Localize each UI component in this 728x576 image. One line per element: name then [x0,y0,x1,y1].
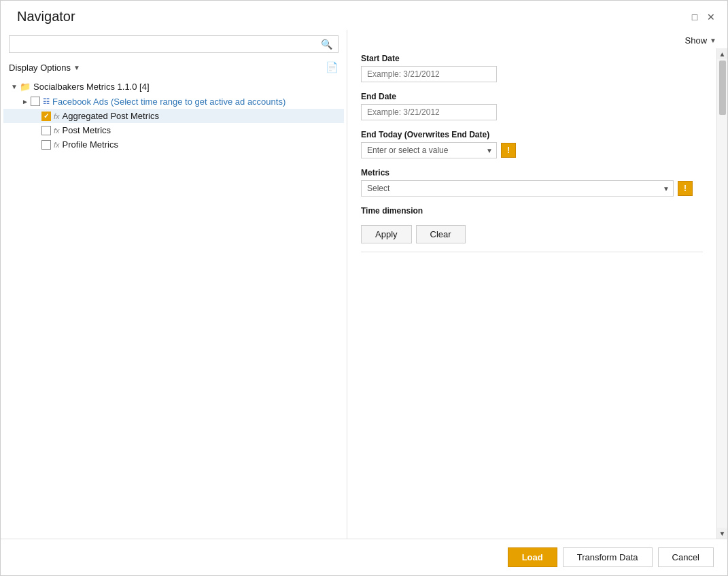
start-date-input[interactable] [361,66,497,82]
profile-metrics-checkbox[interactable] [41,140,51,150]
clear-button[interactable]: Clear [416,225,466,243]
search-icon: 🔍 [321,39,332,50]
display-options-label: Display Options [9,63,71,73]
metrics-label: Metrics [361,168,703,177]
end-today-select-wrap: Enter or select a value ▼ [361,142,497,158]
end-date-group: End Date [361,92,703,120]
left-panel: 🔍 Display Options ▼ 📄 ▼ 📁 Socialbakers M… [1,30,347,539]
end-today-warning-icon[interactable]: ! [501,143,516,158]
tree-item-aggregated-post-metrics[interactable]: fx Aggregated Post Metrics [3,109,344,123]
scroll-down-button[interactable]: ▼ [717,528,728,539]
display-options-arrow-icon: ▼ [73,64,80,71]
facebook-ads-table-icon: ☷ [43,97,50,106]
end-date-label: End Date [361,92,703,101]
profile-fx-icon: fx [54,141,60,149]
right-scrollbar: ▲ ▼ [716,48,727,539]
tree-item-profile-metrics[interactable]: fx Profile Metrics [3,137,344,152]
bottom-bar: Load Transform Data Cancel [1,539,727,575]
document-icon-button[interactable]: 📄 [326,61,339,73]
search-input[interactable] [15,39,321,50]
end-today-label: End Today (Overwrites End Date) [361,130,703,139]
aggregated-post-metrics-label: Aggregated Post Metrics [63,111,159,121]
cancel-button[interactable]: Cancel [658,547,714,567]
form-area: Start Date End Date End Today (Overwrite… [347,48,716,539]
scroll-thumb [719,61,726,115]
apply-button[interactable]: Apply [361,225,412,243]
title-bar: Navigator □ ✕ [1,1,727,30]
end-today-group: End Today (Overwrites End Date) Enter or… [361,130,703,158]
navigator-window: Navigator □ ✕ 🔍 Display Options ▼ 📄 [0,0,728,576]
tree-item-post-metrics[interactable]: fx Post Metrics [3,123,344,137]
profile-metrics-label: Profile Metrics [63,139,118,150]
transform-data-button[interactable]: Transform Data [563,547,653,567]
display-options-button[interactable]: Display Options ▼ [9,63,80,73]
root-folder-icon: 📁 [20,82,31,92]
metrics-warning-icon[interactable]: ! [678,181,693,196]
facebook-ads-expand-icon: ► [20,96,31,107]
aggregated-post-metrics-checkbox[interactable] [41,112,51,121]
minimize-button[interactable]: □ [689,12,700,22]
post-metrics-checkbox[interactable] [41,126,51,135]
facebook-ads-label: Facebook Ads (Select time range to get a… [52,97,285,107]
metrics-select-wrap: Select ▼ [361,180,674,197]
start-date-group: Start Date [361,54,703,82]
right-panel: Show ▼ Start Date End Date [347,30,727,539]
end-today-row: Enter or select a value ▼ ! [361,142,703,158]
metrics-select[interactable]: Select [361,180,674,197]
scroll-track [717,59,727,528]
right-top-bar: Show ▼ [347,30,727,48]
show-arrow-icon: ▼ [710,37,716,44]
aggregated-fx-icon: fx [54,112,60,120]
post-metrics-label: Post Metrics [63,125,111,135]
load-button[interactable]: Load [508,547,557,567]
main-content: 🔍 Display Options ▼ 📄 ▼ 📁 Socialbakers M… [1,30,727,539]
display-options-row: Display Options ▼ 📄 [1,58,347,79]
facebook-ads-checkbox[interactable] [31,97,40,106]
tree-root-label: Socialbakers Metrics 1.1.0 [4] [33,82,150,92]
metrics-group: Metrics Select ▼ ! [361,168,703,197]
show-label: Show [685,35,708,46]
root-expand-icon: ▼ [9,81,20,92]
window-controls: □ ✕ [689,12,716,22]
post-fx-icon: fx [54,126,60,135]
end-date-input[interactable] [361,104,497,120]
tree-root-item[interactable]: ▼ 📁 Socialbakers Metrics 1.1.0 [4] [3,79,344,94]
metrics-row: Select ▼ ! [361,180,703,197]
time-dimension-group: Time dimension [361,206,703,216]
close-button[interactable]: ✕ [706,12,716,22]
end-today-select[interactable]: Enter or select a value [361,142,497,158]
search-bar: 🔍 [9,35,339,53]
tree-container: ▼ 📁 Socialbakers Metrics 1.1.0 [4] ► ☷ F… [1,79,347,533]
time-dimension-label: Time dimension [361,206,703,216]
tree-item-facebook-ads[interactable]: ► ☷ Facebook Ads (Select time range to g… [3,94,344,109]
action-buttons: Apply Clear [361,225,703,243]
show-button[interactable]: Show ▼ [685,35,716,46]
right-content: Start Date End Date End Today (Overwrite… [347,48,727,539]
window-title: Navigator [17,9,75,24]
start-date-label: Start Date [361,54,703,63]
form-divider [361,252,703,252]
scroll-up-button[interactable]: ▲ [717,48,728,59]
